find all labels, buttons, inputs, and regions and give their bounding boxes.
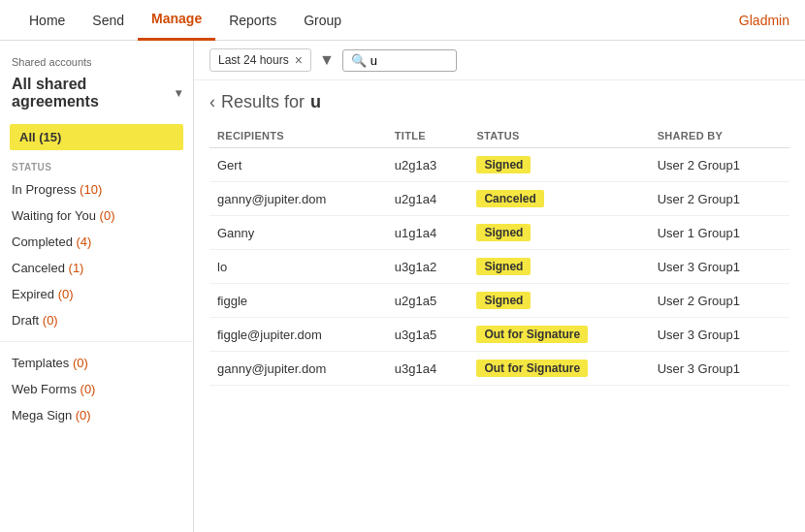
nav-manage[interactable]: Manage <box>138 0 215 41</box>
main-layout: Shared accounts All shared agreements ▾ … <box>0 41 805 532</box>
col-recipients[interactable]: Recipients <box>209 124 387 148</box>
content-header: Last 24 hours × ▼ 🔍 <box>194 41 805 80</box>
search-box[interactable]: 🔍 <box>342 49 457 72</box>
sidebar-item-expired[interactable]: Expired (0) <box>0 281 193 307</box>
nav-reports[interactable]: Reports <box>215 0 290 41</box>
col-status[interactable]: Status <box>468 124 649 148</box>
results-table-wrap: Recipients Title Status Shared By Gert u… <box>194 124 805 532</box>
cell-status: Out for Signature <box>468 318 649 352</box>
waiting-you-label: Waiting for You <box>12 208 96 223</box>
templates-count: (0) <box>73 356 88 370</box>
cell-title: u1g1a4 <box>387 216 469 250</box>
top-nav: Home Send Manage Reports Group Gladmin <box>0 0 805 41</box>
table-header: Recipients Title Status Shared By <box>209 124 789 148</box>
cell-title: u3g1a2 <box>387 250 469 284</box>
search-term: u <box>310 92 321 112</box>
cell-status: Signed <box>468 284 649 318</box>
cell-recipient: lo <box>209 250 387 284</box>
completed-count: (4) <box>77 235 92 249</box>
cell-status: Signed <box>468 148 649 182</box>
waiting-you-count: (0) <box>100 208 115 223</box>
sidebar-divider <box>0 341 193 342</box>
mega-sign-count: (0) <box>76 408 91 422</box>
draft-count: (0) <box>43 313 58 328</box>
cell-recipient: figgle <box>209 284 387 318</box>
cell-shared-by: User 2 Group1 <box>650 148 789 182</box>
filter-chip-label: Last 24 hours <box>218 53 289 67</box>
cell-title: u2g1a4 <box>387 182 469 216</box>
in-progress-label: In Progress <box>12 182 76 197</box>
table-row[interactable]: Gert u2g1a3 Signed User 2 Group1 <box>209 148 789 182</box>
sidebar-item-mega-sign[interactable]: Mega Sign (0) <box>0 402 193 428</box>
in-progress-count: (10) <box>80 182 102 197</box>
cell-title: u2g1a5 <box>387 284 469 318</box>
search-icon: 🔍 <box>351 53 367 68</box>
web-forms-count: (0) <box>80 382 96 396</box>
status-badge: Signed <box>476 224 531 241</box>
status-badge: Canceled <box>476 190 543 207</box>
mega-sign-label: Mega Sign <box>12 408 72 422</box>
sidebar-item-templates[interactable]: Templates (0) <box>0 350 193 376</box>
canceled-label: Canceled <box>12 261 65 275</box>
results-heading: ‹ Results for u <box>194 80 805 124</box>
cell-status: Canceled <box>468 182 649 216</box>
sidebar-item-canceled[interactable]: Canceled (1) <box>0 255 193 281</box>
results-for-label: Results for <box>221 92 305 112</box>
sidebar-item-draft[interactable]: Draft (0) <box>0 307 193 333</box>
status-badge: Out for Signature <box>476 360 588 377</box>
table-row[interactable]: figgle@jupiter.dom u3g1a5 Out for Signat… <box>209 318 789 352</box>
cell-recipient: ganny@jupiter.dom <box>209 182 387 216</box>
expired-count: (0) <box>58 287 74 301</box>
filter-chip-close-icon[interactable]: × <box>295 52 303 68</box>
page-title[interactable]: All shared agreements ▾ <box>0 72 193 120</box>
user-menu[interactable]: Gladmin <box>739 13 789 28</box>
shared-accounts-label: Shared accounts <box>0 52 193 72</box>
draft-label: Draft <box>12 313 39 328</box>
sidebar: Shared accounts All shared agreements ▾ … <box>0 41 194 532</box>
cell-status: Signed <box>468 250 649 284</box>
nav-send[interactable]: Send <box>79 0 138 41</box>
cell-shared-by: User 3 Group1 <box>650 250 789 284</box>
cell-recipient: figgle@jupiter.dom <box>209 318 387 352</box>
table-body: Gert u2g1a3 Signed User 2 Group1 ganny@j… <box>209 148 789 386</box>
main-content: Last 24 hours × ▼ 🔍 ‹ Results for u Reci… <box>194 41 805 532</box>
cell-recipient: Ganny <box>209 216 387 250</box>
cell-shared-by: User 2 Group1 <box>650 284 789 318</box>
nav-home[interactable]: Home <box>16 0 79 41</box>
results-table: Recipients Title Status Shared By Gert u… <box>209 124 789 386</box>
cell-shared-by: User 3 Group1 <box>650 318 789 352</box>
sidebar-item-web-forms[interactable]: Web Forms (0) <box>0 376 193 402</box>
table-row[interactable]: figgle u2g1a5 Signed User 2 Group1 <box>209 284 789 318</box>
canceled-count: (1) <box>69 261 84 275</box>
cell-recipient: ganny@jupiter.dom <box>209 352 387 386</box>
status-badge: Out for Signature <box>476 326 588 343</box>
filter-icon[interactable]: ▼ <box>319 51 335 69</box>
table-row[interactable]: lo u3g1a2 Signed User 3 Group1 <box>209 250 789 284</box>
chevron-down-icon: ▾ <box>176 86 181 100</box>
cell-title: u3g1a5 <box>387 318 469 352</box>
cell-recipient: Gert <box>209 148 387 182</box>
table-row[interactable]: ganny@jupiter.dom u2g1a4 Canceled User 2… <box>209 182 789 216</box>
status-badge: Signed <box>476 292 531 309</box>
cell-status: Out for Signature <box>468 352 649 386</box>
back-arrow-icon[interactable]: ‹ <box>209 92 215 112</box>
status-section-label: STATUS <box>0 154 193 176</box>
search-input[interactable] <box>370 53 448 68</box>
cell-shared-by: User 2 Group1 <box>650 182 789 216</box>
nav-group[interactable]: Group <box>290 0 355 41</box>
table-row[interactable]: ganny@jupiter.dom u3g1a4 Out for Signatu… <box>209 352 789 386</box>
sidebar-item-in-progress[interactable]: In Progress (10) <box>0 176 193 203</box>
col-title[interactable]: Title <box>387 124 469 148</box>
templates-label: Templates <box>12 356 69 370</box>
cell-title: u2g1a3 <box>387 148 469 182</box>
status-badge: Signed <box>476 156 531 173</box>
all-filter-item[interactable]: All (15) <box>10 124 183 150</box>
cell-status: Signed <box>468 216 649 250</box>
cell-shared-by: User 1 Group1 <box>650 216 789 250</box>
filter-chip-time[interactable]: Last 24 hours × <box>209 48 311 72</box>
sidebar-item-completed[interactable]: Completed (4) <box>0 229 193 255</box>
table-row[interactable]: Ganny u1g1a4 Signed User 1 Group1 <box>209 216 789 250</box>
sidebar-item-waiting-you[interactable]: Waiting for You (0) <box>0 203 193 229</box>
col-shared-by[interactable]: Shared By <box>650 124 789 148</box>
cell-title: u3g1a4 <box>387 352 469 386</box>
